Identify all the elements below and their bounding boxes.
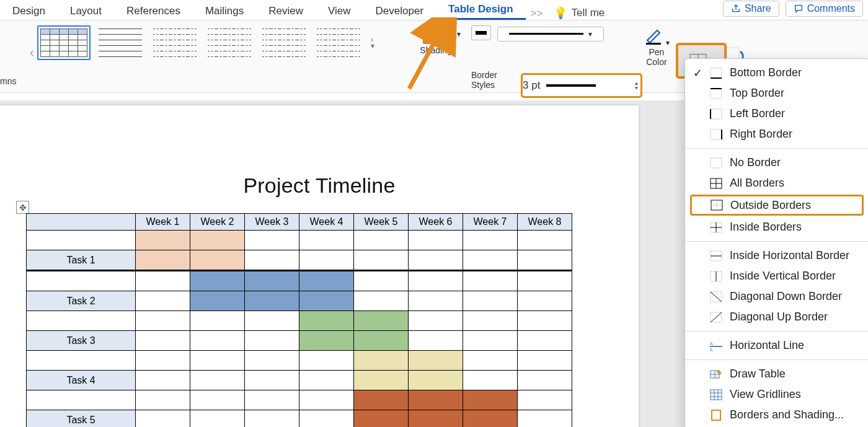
draw-table-icon xyxy=(710,369,722,380)
border-styles-button[interactable] xyxy=(471,25,491,40)
table-row[interactable] xyxy=(27,390,572,410)
svg-rect-6 xyxy=(711,68,722,78)
gallery-prev-icon[interactable]: ‹ xyxy=(30,45,34,59)
table-move-handle[interactable]: ✥ xyxy=(16,201,29,214)
table-style-1[interactable] xyxy=(37,25,91,60)
hline-icon: AA xyxy=(710,340,722,351)
svg-line-31 xyxy=(711,312,722,322)
menu-item-draw-table[interactable]: Draw Table xyxy=(685,364,868,384)
border-weight-select[interactable]: 3 pt ▴▾ xyxy=(521,73,642,98)
table-header[interactable]: Week 4 xyxy=(299,214,354,231)
border-weight-preview xyxy=(546,84,596,87)
right-border-icon xyxy=(710,129,722,140)
share-label: Share xyxy=(745,3,771,14)
comments-label: Comments xyxy=(807,3,855,14)
table-row[interactable] xyxy=(27,351,572,371)
svg-rect-14 xyxy=(711,158,722,168)
table-header[interactable] xyxy=(27,214,136,231)
tabs-overflow[interactable]: >> xyxy=(526,7,548,20)
menu-item-bottom-border[interactable]: ✓ Bottom Border xyxy=(685,63,868,83)
table-header[interactable]: Week 1 xyxy=(136,214,190,231)
table-row[interactable] xyxy=(27,231,572,250)
all-borders-icon xyxy=(710,178,722,189)
table-header[interactable]: Week 7 xyxy=(463,214,518,231)
tab-mailings[interactable]: Mailings xyxy=(193,2,256,20)
shading-button[interactable]: ▾ xyxy=(423,25,449,44)
table-style-4[interactable] xyxy=(205,25,254,60)
menu-item-left-border[interactable]: Left Border xyxy=(685,103,868,124)
menu-item-view-gridlines[interactable]: View Gridlines xyxy=(685,384,868,405)
menu-item-inside-horizontal-border[interactable]: Inside Horizontal Border xyxy=(685,245,868,266)
diag-down-icon xyxy=(710,291,722,302)
svg-rect-43 xyxy=(712,410,720,420)
tell-me[interactable]: 💡 Tell me xyxy=(547,6,611,20)
share-button[interactable]: Share xyxy=(723,1,779,17)
gallery-more-button[interactable]: ›▾ xyxy=(371,37,374,49)
svg-rect-12 xyxy=(711,130,722,139)
svg-text:A: A xyxy=(710,348,713,351)
table-row[interactable]: Task 1 xyxy=(27,250,572,271)
tab-table-design[interactable]: Table Design xyxy=(436,1,526,20)
table-header[interactable]: Week 8 xyxy=(518,214,572,231)
svg-rect-8 xyxy=(711,89,722,99)
menu-item-borders-and-shading[interactable]: Borders and Shading... xyxy=(685,405,868,425)
table-header[interactable]: Week 6 xyxy=(409,214,463,231)
pen-icon[interactable] xyxy=(644,25,663,45)
borders-shading-icon xyxy=(710,410,722,421)
menu-item-no-border[interactable]: No Border xyxy=(685,152,868,173)
line-style-select[interactable]: ▾ xyxy=(497,27,604,42)
table-row[interactable] xyxy=(27,271,572,291)
svg-rect-4 xyxy=(727,48,739,59)
menu-item-right-border[interactable]: Right Border xyxy=(685,124,868,144)
table-header[interactable]: Week 3 xyxy=(245,214,299,231)
menu-item-inside-borders[interactable]: Inside Borders xyxy=(685,217,868,237)
tab-view[interactable]: View xyxy=(316,2,363,20)
menu-item-all-borders[interactable]: All Borders xyxy=(685,173,868,193)
weight-spinner[interactable]: ▴▾ xyxy=(635,81,638,90)
menu-item-inside-vertical-border[interactable]: Inside Vertical Border xyxy=(685,266,868,286)
pen-color-label: Pen Color xyxy=(644,47,670,67)
borders-dropdown: ✓ Bottom Border Top Border Left Border R… xyxy=(684,58,868,427)
table-style-3[interactable] xyxy=(150,25,200,60)
top-border-icon xyxy=(710,88,722,99)
menu-item-horizontal-line[interactable]: AA Horizontal Line xyxy=(685,335,868,356)
table-row[interactable]: Task 3 xyxy=(27,331,572,351)
table-style-6[interactable] xyxy=(314,25,363,60)
tab-references[interactable]: References xyxy=(114,2,193,20)
table-style-5[interactable] xyxy=(259,25,309,60)
table-row[interactable] xyxy=(27,311,572,331)
outside-borders-icon xyxy=(711,200,723,211)
table-style-2[interactable] xyxy=(95,25,145,60)
shading-group: ▾ Shading xyxy=(414,25,458,55)
tab-review[interactable]: Review xyxy=(256,2,316,20)
pen-color-group: ▾ Pen Color xyxy=(644,25,670,67)
menu-item-diagonal-down-border[interactable]: Diagonal Down Border xyxy=(685,286,868,307)
table-row[interactable]: Task 4 xyxy=(27,371,572,390)
table-header[interactable]: Week 5 xyxy=(354,214,409,231)
tell-me-label: Tell me xyxy=(571,7,604,19)
inside-v-border-icon xyxy=(710,271,722,282)
tab-developer[interactable]: Developer xyxy=(363,2,436,20)
project-timeline-table[interactable]: Week 1 Week 2 Week 3 Week 4 Week 5 Week … xyxy=(26,213,572,427)
comments-button[interactable]: Comments xyxy=(786,1,863,17)
chevron-down-icon[interactable]: ▾ xyxy=(666,38,670,47)
table-styles-gallery: ›▾ xyxy=(37,25,374,60)
shading-label: Shading xyxy=(414,45,458,55)
menu-item-diagonal-up-border[interactable]: Diagonal Up Border xyxy=(685,307,868,327)
menu-item-outside-borders[interactable]: Outside Borders xyxy=(690,195,864,216)
left-border-icon xyxy=(710,108,722,120)
chevron-down-icon: ▾ xyxy=(457,30,461,38)
bottom-border-icon xyxy=(710,68,722,79)
svg-rect-38 xyxy=(711,390,722,400)
page-title: Project Timeline xyxy=(0,174,639,198)
tab-layout[interactable]: Layout xyxy=(58,2,114,20)
menu-item-top-border[interactable]: Top Border xyxy=(685,83,868,103)
table-row[interactable]: Task 5 xyxy=(27,410,572,428)
table-header[interactable]: Week 2 xyxy=(190,214,245,231)
svg-rect-0 xyxy=(646,43,661,45)
comment-icon xyxy=(794,4,804,14)
tab-design[interactable]: Design xyxy=(0,2,58,20)
table-row[interactable]: Task 2 xyxy=(27,291,572,311)
ribbon-tabs: Design Layout References Mailings Review… xyxy=(0,0,868,20)
diag-up-icon xyxy=(710,312,722,323)
